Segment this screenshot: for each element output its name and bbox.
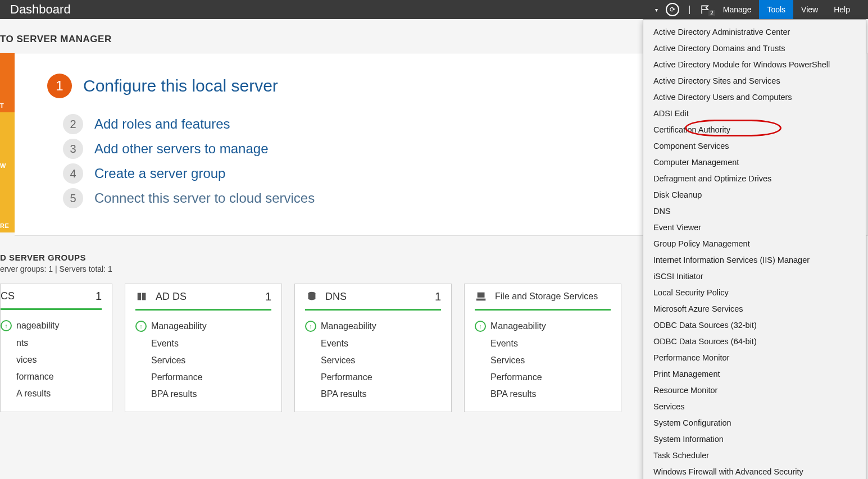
tile-metric[interactable]: ↑nageability	[1, 317, 102, 335]
tools-menu-item[interactable]: System Configuration	[643, 415, 866, 431]
step-number-badge: 2	[63, 114, 83, 134]
tools-menu-item[interactable]: DNS	[643, 203, 866, 220]
tile-metric[interactable]: Performance	[305, 369, 441, 386]
tools-menu-item[interactable]: Disk Cleanup	[643, 187, 866, 203]
servers-total: Servers total: 1	[60, 264, 112, 273]
tools-menu-item[interactable]: Task Scheduler	[643, 448, 866, 464]
tools-menu-item[interactable]: ADSI Edit	[643, 106, 866, 122]
tile-metric[interactable]: formance	[1, 368, 102, 385]
role-tile[interactable]: CS1↑nageabilityntsvicesformanceA results	[0, 284, 112, 412]
refresh-icon[interactable]: ⟳	[666, 3, 679, 16]
tools-menu-item[interactable]: Event Viewer	[643, 220, 866, 236]
sidebar-tab-2[interactable]: W	[0, 112, 15, 172]
role-icon	[135, 290, 149, 303]
tile-metric-label: Events	[321, 339, 348, 349]
menu-help[interactable]: Help	[826, 0, 858, 19]
tile-metric-label: Events	[490, 339, 518, 349]
tools-menu-item[interactable]: Performance Monitor	[643, 350, 866, 366]
dropdown-chevron-icon[interactable]: ▾	[653, 7, 660, 13]
tools-menu-item[interactable]: Microsoft Azure Services	[643, 301, 866, 317]
sidebar-tab-1[interactable]: T	[0, 53, 15, 112]
tile-metric[interactable]: vices	[1, 352, 102, 368]
tile-header: File and Storage Services	[475, 290, 611, 309]
notification-badge: 2	[708, 10, 715, 16]
tile-status-bar	[135, 309, 271, 311]
tile-metric[interactable]: Services	[135, 352, 271, 369]
role-tile[interactable]: File and Storage Services↑ManageabilityE…	[464, 284, 621, 412]
tools-menu-item[interactable]: ODBC Data Sources (32-bit)	[643, 317, 866, 334]
sidebar-tab-3[interactable]: RE	[0, 172, 15, 232]
tools-menu-item[interactable]: ODBC Data Sources (64-bit)	[643, 334, 866, 350]
tools-menu-item[interactable]: System Information	[643, 431, 866, 448]
tile-metric[interactable]: Events	[475, 335, 611, 352]
tile-metric[interactable]: BPA results	[475, 386, 611, 403]
tile-count: 1	[265, 290, 271, 303]
menu-manage[interactable]: Manage	[715, 0, 760, 19]
svg-rect-5	[478, 293, 485, 298]
tile-header: DNS1	[305, 290, 441, 309]
tile-metric-label: nageability	[16, 321, 60, 331]
tile-metric[interactable]: ↑Manageability	[475, 317, 611, 335]
tile-title: DNS	[325, 291, 435, 303]
sidebar-tabs: T W RE	[0, 53, 15, 232]
svg-rect-6	[476, 299, 486, 301]
tile-metric[interactable]: Events	[135, 335, 271, 352]
tile-title: CS	[1, 290, 96, 302]
tools-menu-item[interactable]: Windows Firewall with Advanced Security	[643, 464, 866, 479]
tools-menu-item[interactable]: Active Directory Sites and Services	[643, 73, 866, 89]
tools-menu-item[interactable]: Computer Management	[643, 154, 866, 171]
topbar: Dashboard ▾ ⟳ | 2 Manage Tools View Help	[0, 0, 868, 19]
tile-metric-label: Performance	[151, 372, 203, 382]
tile-metric-label: Performance	[321, 372, 372, 382]
tile-metric[interactable]: ↑Manageability	[135, 317, 271, 335]
tile-title: AD DS	[156, 291, 265, 303]
role-icon	[475, 290, 488, 303]
menu-view[interactable]: View	[793, 0, 826, 19]
tile-metric[interactable]: ↑Manageability	[305, 317, 441, 335]
tools-menu-item[interactable]: Defragment and Optimize Drives	[643, 171, 866, 187]
annotation-circle	[685, 120, 781, 136]
step-number-badge: 3	[63, 139, 83, 159]
page-title: Dashboard	[10, 2, 71, 17]
tile-metric[interactable]: BPA results	[135, 386, 271, 403]
notifications-flag-icon[interactable]: 2	[699, 3, 715, 16]
status-up-icon: ↑	[135, 321, 151, 332]
tools-menu-item[interactable]: iSCSI Initiator	[643, 268, 866, 285]
separator: |	[55, 264, 60, 273]
tools-menu-item[interactable]: Active Directory Users and Computers	[643, 89, 866, 106]
tools-menu-item[interactable]: Services	[643, 399, 866, 415]
tools-menu-item[interactable]: Internet Information Services (IIS) Mana…	[643, 252, 866, 268]
tools-menu-item[interactable]: Active Directory Module for Windows Powe…	[643, 57, 866, 73]
tools-menu-item[interactable]: Print Management	[643, 366, 866, 382]
tile-metric[interactable]: BPA results	[305, 386, 441, 403]
tile-metric[interactable]: Services	[305, 352, 441, 369]
topbar-icons: ▾ ⟳ | 2	[653, 3, 715, 16]
tile-metric-label: vices	[16, 355, 37, 365]
tile-metric[interactable]: A results	[1, 385, 102, 402]
tools-menu-item[interactable]: Component Services	[643, 138, 866, 154]
tools-menu-item[interactable]: Certification Authority	[643, 122, 866, 138]
tile-metric-label: Services	[151, 355, 185, 366]
role-tile[interactable]: DNS1↑ManageabilityEventsServicesPerforma…	[294, 284, 452, 412]
step-number-badge: 4	[63, 163, 83, 184]
tools-menu-item[interactable]: Local Security Policy	[643, 285, 866, 301]
tile-metric-label: Services	[321, 355, 355, 366]
tile-metric-label: BPA results	[321, 389, 367, 399]
tile-metric[interactable]: nts	[1, 335, 102, 352]
step-number-badge: 5	[63, 188, 83, 208]
step-number-badge: 1	[47, 74, 72, 98]
step-label: Add roles and features	[94, 116, 230, 132]
role-tile[interactable]: AD DS1↑ManageabilityEventsServicesPerfor…	[125, 284, 282, 412]
tile-metric[interactable]: Performance	[135, 369, 271, 386]
tile-header: AD DS1	[135, 290, 271, 309]
tools-menu-item[interactable]: Active Directory Domains and Trusts	[643, 40, 866, 57]
tile-header: CS1	[1, 290, 102, 308]
tools-menu-item[interactable]: Active Directory Administrative Center	[643, 24, 866, 40]
tile-items: ↑nageabilityntsvicesformanceA results	[1, 317, 102, 402]
tools-menu-item[interactable]: Resource Monitor	[643, 382, 866, 399]
tools-menu-item[interactable]: Group Policy Management	[643, 236, 866, 252]
menu-tools[interactable]: Tools	[759, 0, 793, 19]
tile-metric[interactable]: Events	[305, 335, 441, 352]
tile-metric[interactable]: Services	[475, 352, 611, 369]
tile-metric[interactable]: Performance	[475, 369, 611, 386]
